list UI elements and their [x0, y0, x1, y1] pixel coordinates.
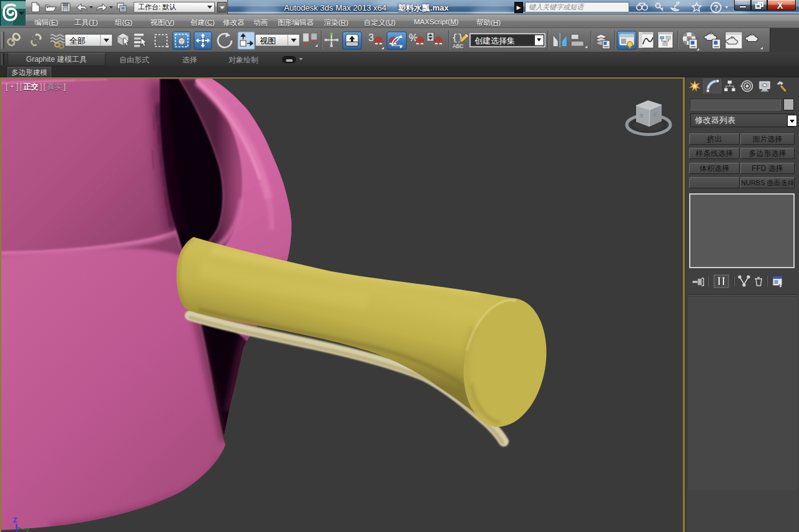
- svg-text:前: 前: [639, 114, 644, 118]
- svg-text:Z: Z: [13, 517, 17, 524]
- svg-text:创建选择集: 创建选择集: [474, 36, 515, 46]
- svg-text:y: y: [26, 526, 30, 532]
- svg-text:左: 左: [653, 112, 657, 117]
- svg-text:视图: 视图: [260, 36, 276, 46]
- svg-text:?: ?: [713, 4, 718, 12]
- svg-text:ABC: ABC: [453, 43, 463, 49]
- svg-text:全部: 全部: [69, 36, 86, 46]
- svg-text:3: 3: [368, 32, 374, 43]
